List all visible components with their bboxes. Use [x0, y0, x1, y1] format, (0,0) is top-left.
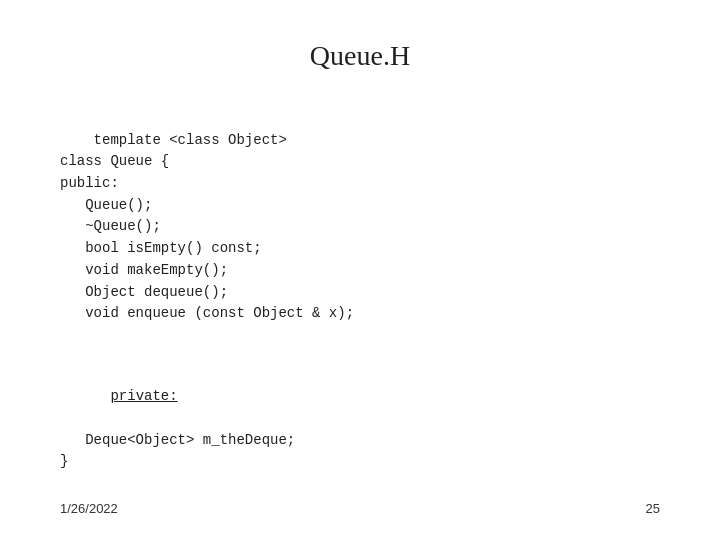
footer-date: 1/26/2022: [60, 501, 118, 516]
code-private-body: Deque<Object> m_theDeque; }: [60, 430, 660, 473]
footer: 1/26/2022 25: [60, 501, 660, 516]
code-section1: template <class Object> class Queue { pu…: [60, 132, 354, 322]
footer-page: 25: [646, 501, 660, 516]
slide: Queue.H template <class Object> class Qu…: [0, 0, 720, 540]
code-block-private: private: Deque<Object> m_theDeque; }: [60, 365, 660, 473]
slide-title: Queue.H: [60, 40, 660, 72]
private-label: private:: [110, 388, 177, 404]
code-block-main: template <class Object> class Queue { pu…: [60, 108, 660, 347]
code-private-label: private:: [60, 365, 660, 430]
